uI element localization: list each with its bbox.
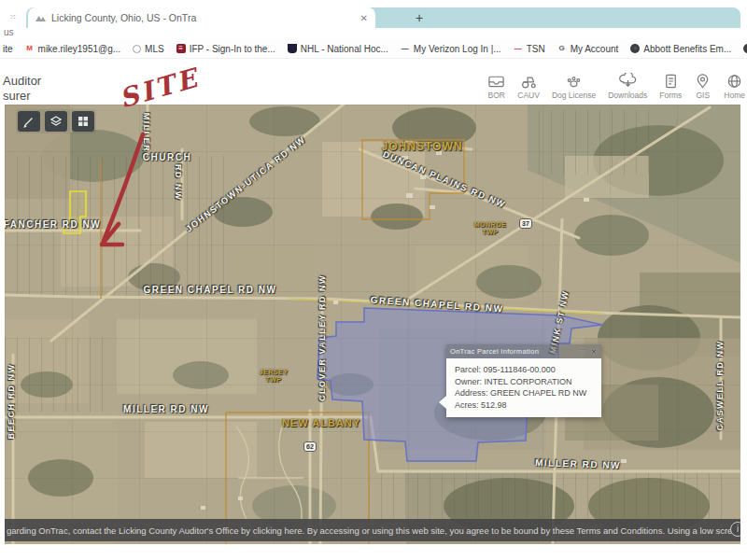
parcel-info-popup: OnTrac Parcel Information □ ✕ Parcel: 09… [446, 344, 601, 417]
nav-item-downloads[interactable]: Downloads [608, 73, 647, 100]
place-label-new-albany: NEW ALBANY [282, 417, 360, 428]
disclaimer-text: garding OnTrac, contact the Licking Coun… [7, 525, 740, 536]
bookmark-item[interactable]: NHL - National Hoc... [288, 44, 388, 54]
road-label: MILLER [142, 113, 151, 153]
paw-icon [565, 73, 583, 90]
parcel-acres: 512.98 [481, 400, 507, 410]
road-label: RD [174, 164, 183, 179]
road-label: FANCHER RD NW [5, 219, 101, 230]
road-label: CLOVER VALLEY RD NW [317, 274, 327, 401]
info-icon[interactable]: i [730, 522, 740, 537]
globe-icon: ◦ [743, 44, 747, 53]
route-shield: 37 [519, 218, 532, 229]
place-label-jersey-twp: JERSEY TWP [257, 369, 290, 384]
road-label: NW [174, 184, 183, 201]
inbox-icon [487, 73, 505, 90]
popup-close-icon[interactable]: ✕ [590, 347, 598, 357]
map-pin-icon [694, 73, 712, 90]
tab-strip: Licking County, Ohio, US - OnTra ✕ + [26, 7, 740, 28]
nav-item-dog-license[interactable]: Dog License [552, 73, 596, 100]
nav-item-forms[interactable]: Forms [659, 73, 682, 100]
road-label: GREEN CHAPEL RD NW [144, 285, 277, 295]
url-fragment: us [4, 27, 14, 37]
road-label: MILLER RD NW [123, 404, 209, 414]
ontrac-app-header: Auditor surer BOR CAUV Dog License [0, 71, 747, 105]
place-label-monroe-twp: MONROE TWP [473, 221, 507, 236]
globe-icon [726, 73, 743, 90]
header-nav: BOR CAUV Dog License Downloads F [487, 73, 745, 100]
bookmark-item[interactable]: ≡ IFP - Sign-In to the... [176, 44, 275, 54]
bookmark-item[interactable]: ite [3, 44, 13, 54]
popup-row-acres: Acres: 512.98 [455, 399, 596, 412]
tab-licking-county[interactable]: Licking County, Ohio, US - OnTra ✕ [28, 7, 375, 28]
bookmark-item[interactable]: — My Verizon Log In |... [401, 44, 501, 54]
gmail-icon: M [25, 44, 35, 53]
mls-icon [133, 45, 141, 53]
bookmarks-bar: ite M mike.riley1951@g... MLS ≡ IFP - Si… [0, 39, 747, 59]
owner-name: INTEL CORPORATION [485, 377, 572, 386]
disclaimer-bar: garding OnTrac, contact the Licking Coun… [5, 519, 740, 541]
popup-body: Parcel: 095-111846-00.000 Owner: INTEL C… [446, 358, 601, 417]
place-label-johnstown: JOHNSTOWN [382, 140, 463, 153]
nav-item-gis[interactable]: GIS [694, 73, 712, 100]
window-controls-icon: ⁙ [9, 12, 21, 21]
layers-icon [49, 115, 63, 128]
layers-button[interactable] [45, 111, 67, 132]
globe-icon: ◦ [630, 44, 640, 53]
tab-title: Licking County, Ohio, US - OnTra [51, 12, 355, 23]
bookmark-item[interactable]: ◦ Abbott Benefits Em... [630, 44, 731, 54]
site-favicon [35, 13, 46, 22]
popup-row-parcel: Parcel: 095-111846-00.000 [455, 364, 596, 376]
parcel-address: GREEN CHAPEL RD NW [490, 388, 586, 398]
app-title-line1: Auditor [3, 74, 41, 89]
app-title: Auditor surer [3, 74, 41, 104]
google-icon: G [557, 44, 567, 53]
basemap-gallery-button[interactable] [72, 111, 94, 132]
nav-item-cauv[interactable]: CAUV [517, 73, 540, 100]
popup-title: OnTrac Parcel Information [450, 347, 539, 356]
pencil-icon [22, 115, 35, 128]
nav-item-bor[interactable]: BOR [487, 73, 505, 100]
gis-map-canvas[interactable]: MILLER CHURCH RD NW JOHNSTOWN-UTICA RD N… [5, 105, 740, 544]
aerial-imagery [5, 105, 740, 544]
bookmark-item[interactable]: ◦ ShowingTime - Ho... [743, 44, 747, 54]
grid-icon [77, 115, 90, 128]
popup-callout-arrow [439, 396, 446, 409]
tractor-icon [520, 73, 538, 90]
popup-maximize-icon[interactable]: □ [580, 347, 585, 357]
road-label: BEECH RD NW [7, 364, 16, 440]
nav-item-home[interactable]: Home [724, 73, 745, 100]
bookmark-item[interactable]: G My Account [557, 44, 619, 54]
road-label: CASWELL RD NW [715, 341, 725, 431]
bookmark-item[interactable]: MLS [133, 44, 164, 54]
tab-close-icon[interactable]: ✕ [360, 13, 368, 23]
draw-tool-button[interactable] [18, 111, 40, 132]
road-label: CHURCH [143, 152, 191, 162]
new-tab-button[interactable]: + [411, 9, 428, 26]
verizon-icon: — [401, 44, 410, 53]
route-shield: 62 [303, 441, 317, 452]
bookmark-item[interactable]: M mike.riley1951@g... [25, 44, 121, 54]
ifp-icon: ≡ [176, 44, 186, 53]
app-title-line2: surer [3, 89, 41, 104]
bookmark-item[interactable]: — TSN [514, 44, 545, 54]
cloud-download-icon [619, 73, 637, 90]
nhl-icon [288, 44, 297, 53]
popup-row-owner: Owner: INTEL CORPORATION [455, 376, 596, 388]
parcel-number: 095-111846-00.000 [484, 365, 556, 374]
scanned-browser-screenshot: ⁙ Licking County, Ohio, US - OnTra ✕ + u… [0, 0, 747, 560]
popup-row-address: Address: GREEN CHAPEL RD NW [455, 387, 596, 399]
document-icon [662, 73, 680, 90]
map-toolbar [16, 109, 96, 133]
popup-header: OnTrac Parcel Information □ ✕ [446, 344, 601, 358]
tsn-icon: — [514, 44, 523, 53]
